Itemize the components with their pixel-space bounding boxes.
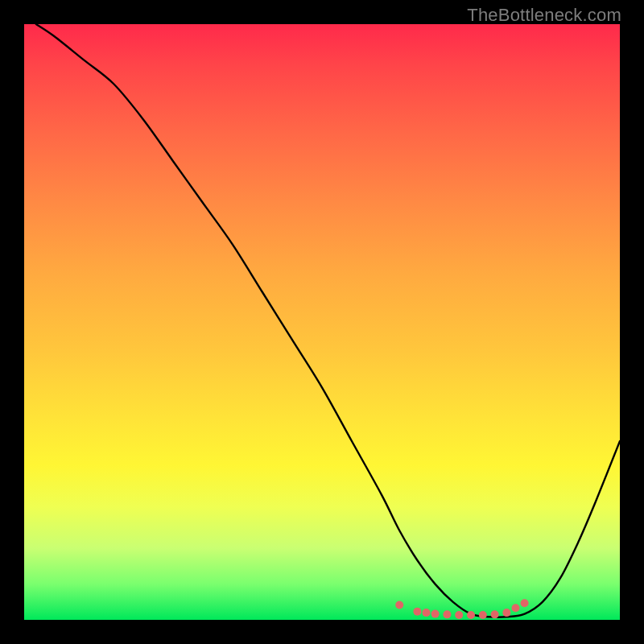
optimal-zone-dot — [502, 609, 510, 617]
optimal-zone-dot — [423, 609, 431, 617]
optimal-zone-dot — [395, 601, 403, 609]
optimal-zone-dot — [479, 611, 487, 619]
optimal-zone-dot — [467, 611, 475, 619]
optimal-zone-dot — [455, 611, 463, 619]
optimal-zone-dot — [413, 608, 421, 616]
optimal-zone-dot — [512, 604, 520, 612]
optimal-zone-dot — [443, 610, 451, 618]
watermark-text: TheBottleneck.com — [467, 5, 621, 26]
optimal-zone-dot — [431, 610, 440, 618]
optimal-zone-dot — [521, 599, 529, 607]
bottleneck-curve-svg — [24, 24, 620, 620]
optimal-zone-dot — [491, 610, 499, 618]
chart-plot-area — [24, 24, 620, 620]
bottleneck-curve — [36, 24, 620, 617]
